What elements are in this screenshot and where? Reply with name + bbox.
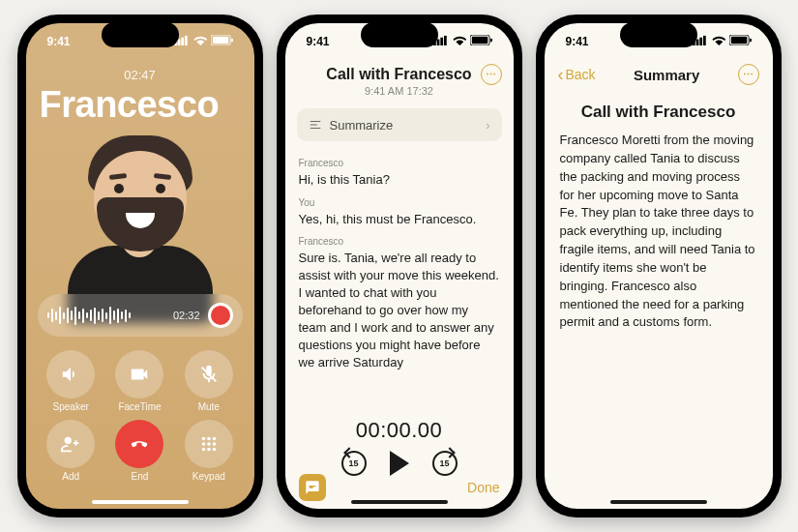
skip-back-button[interactable]: 15 bbox=[341, 451, 367, 476]
playback-time: 00:00.00 bbox=[285, 418, 514, 443]
mute-label: Mute bbox=[198, 401, 220, 412]
facetime-label: FaceTime bbox=[118, 401, 161, 412]
status-icons bbox=[174, 35, 233, 48]
svg-rect-19 bbox=[436, 40, 439, 45]
svg-rect-6 bbox=[231, 39, 233, 43]
svg-rect-21 bbox=[444, 36, 447, 45]
audio-player: 00:00.00 15 15 bbox=[285, 418, 514, 476]
chevron-left-icon: ‹ bbox=[558, 66, 564, 83]
recording-time: 02:32 bbox=[173, 310, 200, 321]
svg-rect-31 bbox=[750, 39, 752, 43]
svg-rect-27 bbox=[699, 38, 702, 45]
svg-point-16 bbox=[207, 448, 211, 452]
svg-rect-3 bbox=[185, 36, 188, 45]
summarize-icon bbox=[309, 118, 322, 132]
svg-point-11 bbox=[212, 437, 216, 441]
speaker-label: Speaker bbox=[53, 401, 89, 412]
svg-rect-28 bbox=[703, 36, 706, 45]
record-button[interactable] bbox=[208, 303, 233, 328]
end-call-button[interactable]: End bbox=[108, 420, 171, 482]
transcript-line: Hi, is this Tania? bbox=[299, 171, 500, 189]
home-indicator[interactable] bbox=[351, 500, 448, 504]
svg-rect-20 bbox=[440, 38, 443, 45]
dynamic-island bbox=[102, 22, 179, 47]
transcript-line: Sure is. Tania, we're all ready to assis… bbox=[299, 250, 500, 371]
note-title: Call with Francesco bbox=[318, 66, 481, 83]
add-button[interactable]: Add bbox=[40, 420, 103, 482]
add-label: Add bbox=[62, 471, 79, 482]
recording-pill[interactable]: 02:32 bbox=[38, 294, 243, 337]
status-time: 9:41 bbox=[47, 35, 71, 48]
speaker-label: You bbox=[299, 196, 500, 210]
back-label: Back bbox=[566, 67, 596, 82]
dynamic-island bbox=[620, 22, 697, 47]
status-time: 9:41 bbox=[566, 35, 589, 48]
svg-point-13 bbox=[207, 442, 211, 446]
status-icons bbox=[693, 35, 752, 48]
speaker-label: Francesco bbox=[299, 235, 500, 249]
svg-point-14 bbox=[212, 442, 216, 446]
phone-transcript-screen: 9:41 Call with Francesco 9:41 AM 17:32 ⋯… bbox=[277, 15, 522, 517]
done-button[interactable]: Done bbox=[467, 480, 499, 495]
transcript-line: Yes, hi, this must be Francesco. bbox=[299, 211, 500, 228]
summary-body: Francesco Moretti from the moving compan… bbox=[545, 122, 773, 341]
svg-point-10 bbox=[207, 437, 211, 441]
summary-title: Call with Francesco bbox=[545, 103, 773, 122]
speaker-label: Francesco bbox=[299, 157, 500, 170]
summarize-button[interactable]: Summarize › bbox=[297, 108, 502, 141]
back-button[interactable]: ‹ Back bbox=[558, 66, 596, 83]
phone-summary-screen: 9:41 ‹ Back Summary ⋯ Call with Francesc… bbox=[536, 15, 782, 517]
svg-rect-2 bbox=[181, 38, 184, 45]
phone-call-screen: 9:41 02:47 Francesco 02:32 bbox=[17, 15, 263, 517]
keypad-label: Keypad bbox=[192, 471, 225, 482]
transcript[interactable]: Francesco Hi, is this Tania? You Yes, hi… bbox=[285, 149, 514, 371]
status-time: 9:41 bbox=[307, 35, 330, 48]
home-indicator[interactable] bbox=[610, 500, 707, 504]
chevron-right-icon: › bbox=[486, 118, 489, 133]
mute-button[interactable]: Mute bbox=[177, 350, 240, 412]
svg-point-8 bbox=[65, 437, 72, 444]
waveform-icon bbox=[47, 306, 165, 325]
caller-avatar bbox=[26, 130, 254, 304]
speaker-button[interactable]: Speaker bbox=[40, 350, 103, 412]
status-icons bbox=[433, 35, 492, 48]
svg-rect-23 bbox=[471, 37, 487, 44]
svg-point-9 bbox=[201, 437, 205, 441]
caller-name: Francesco bbox=[26, 84, 254, 126]
notes-button[interactable] bbox=[299, 474, 326, 501]
svg-rect-1 bbox=[177, 40, 180, 45]
facetime-button[interactable]: FaceTime bbox=[108, 350, 171, 412]
home-indicator[interactable] bbox=[92, 500, 189, 504]
page-header: Summary bbox=[634, 67, 699, 83]
svg-point-15 bbox=[201, 448, 205, 452]
skip-forward-button[interactable]: 15 bbox=[432, 451, 458, 476]
svg-rect-24 bbox=[490, 39, 492, 43]
call-duration: 02:47 bbox=[26, 68, 254, 82]
summarize-label: Summarize bbox=[330, 118, 394, 133]
svg-point-17 bbox=[212, 448, 216, 452]
play-button[interactable] bbox=[390, 451, 409, 476]
svg-rect-26 bbox=[695, 40, 698, 45]
more-button[interactable]: ⋯ bbox=[481, 64, 502, 85]
keypad-button[interactable]: Keypad bbox=[177, 420, 240, 482]
more-button[interactable]: ⋯ bbox=[738, 64, 759, 85]
note-subtitle: 9:41 AM 17:32 bbox=[318, 85, 481, 97]
svg-rect-30 bbox=[730, 37, 746, 44]
end-label: End bbox=[132, 471, 149, 482]
svg-point-12 bbox=[201, 442, 205, 446]
svg-rect-5 bbox=[212, 37, 227, 44]
dynamic-island bbox=[361, 22, 438, 47]
